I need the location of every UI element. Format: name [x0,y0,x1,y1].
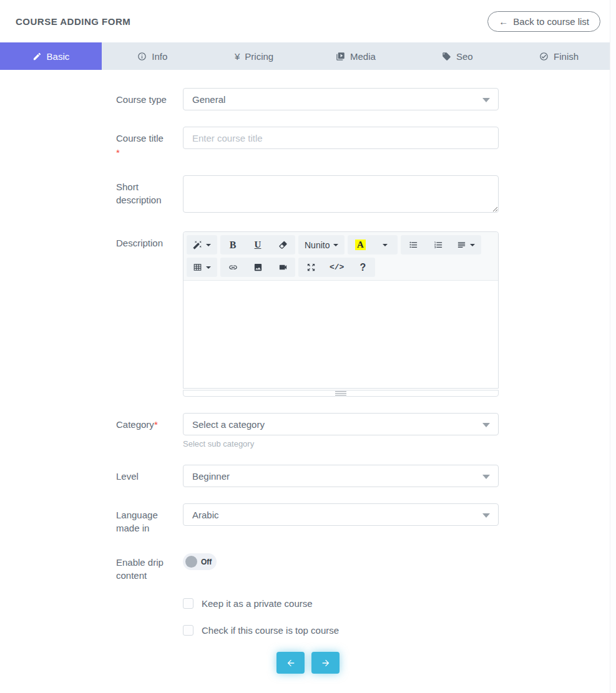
private-course-row: Keep it as a private course [183,598,616,609]
course-type-select[interactable]: General [183,88,499,110]
level-label: Level [116,465,183,487]
font-family-button[interactable]: Nunito [298,235,345,254]
course-title-label: Course title * [116,127,183,159]
align-lines-icon [457,240,466,250]
table-button[interactable] [187,258,217,277]
clear-format-button[interactable] [270,235,295,254]
pen-icon [32,52,42,61]
next-step-button[interactable] [311,652,340,674]
insert-video-button[interactable] [270,258,295,277]
unordered-list-button[interactable] [401,235,426,254]
underline-button[interactable]: U [245,235,270,254]
description-row: Description B [116,231,616,397]
media-library-icon [336,52,345,61]
editor-help-button[interactable]: ? [350,258,375,277]
chevron-down-icon [482,513,490,518]
course-title-row: Course title * [116,127,616,159]
info-icon [137,52,147,61]
level-select[interactable]: Beginner [183,465,499,487]
course-type-label: Course type [116,88,183,110]
image-icon [253,263,263,272]
table-grid-icon [193,263,202,272]
back-arrow-icon: ← [499,16,508,27]
category-row: Category* Select a category Select sub c… [116,413,616,448]
tab-label: Seo [456,51,473,62]
drip-content-label: Enable drip content [116,551,183,582]
category-select[interactable]: Select a category [183,413,499,435]
fullscreen-button[interactable] [298,258,323,277]
scrollbar-track[interactable] [610,0,616,693]
tab-seo[interactable]: Seo [406,42,508,70]
drip-content-row: Enable drip content Off [116,551,616,582]
course-type-row: Course type General [116,88,616,110]
top-course-row: Check if this course is top course [183,625,616,636]
toggle-state-label: Off [201,558,212,566]
ordered-list-button[interactable] [426,235,451,254]
language-select[interactable]: Arabic [183,503,499,526]
category-value: Select a category [192,419,265,430]
drip-content-toggle[interactable]: Off [183,553,217,570]
required-asterisk: * [154,419,158,430]
style-magic-button[interactable] [187,235,217,254]
tab-info[interactable]: Info [102,42,203,70]
chevron-down-icon [482,423,490,427]
tag-icon [442,52,451,61]
editor-toolbar: B U Nunito [183,232,498,281]
tab-basic[interactable]: Basic [0,42,102,70]
font-family-value: Nunito [305,240,330,250]
tab-label: Media [350,51,376,62]
short-description-label: Short description [116,175,183,215]
insert-image-button[interactable] [245,258,270,277]
course-type-value: General [192,94,225,105]
editor-statusbar [183,390,499,397]
back-to-course-list-button[interactable]: ← Back to course list [487,11,600,32]
wizard-nav [0,652,616,674]
chevron-down-icon [470,244,475,246]
short-description-textarea[interactable] [183,175,499,213]
tab-media[interactable]: Media [305,42,406,70]
paragraph-align-button[interactable] [451,235,481,254]
description-editable-area[interactable] [183,281,498,388]
chevron-down-icon [482,475,490,479]
language-row: Language made in Arabic [116,503,616,535]
tab-label: Basic [47,51,70,62]
magic-wand-icon [193,240,202,250]
private-course-checkbox[interactable] [183,598,193,609]
chevron-down-icon [383,244,388,246]
language-value: Arabic [192,510,219,520]
toggle-knob [185,556,197,568]
editor-resize-handle[interactable] [335,391,346,395]
subcategory-helper-text: Select sub category [183,439,499,448]
category-label: Category* [116,413,183,448]
top-course-checkbox[interactable] [183,625,193,636]
previous-step-button[interactable] [276,652,305,674]
code-view-button[interactable]: </> [323,258,350,277]
rich-text-editor: B U Nunito [183,231,499,389]
back-button-label: Back to course list [513,16,589,27]
private-course-label: Keep it as a private course [202,598,313,609]
font-color-button[interactable]: A [348,235,373,254]
numbered-list-icon [434,240,443,250]
basic-form: Course type General Course title * Short… [0,70,616,636]
tab-finish[interactable]: Finish [508,42,610,70]
short-description-row: Short description [116,175,616,215]
bullet-list-icon [409,240,418,250]
bold-button[interactable]: B [220,235,245,254]
tab-label: Finish [554,51,579,62]
arrow-left-icon [286,658,296,668]
fullscreen-arrows-icon [306,263,316,272]
level-row: Level Beginner [116,465,616,487]
description-label: Description [116,231,183,397]
tab-label: Info [152,51,167,62]
chevron-down-icon [482,98,490,102]
eraser-icon [278,240,288,250]
font-color-dropdown-button[interactable] [373,235,398,254]
wizard-tab-bar: Basic Info ¥ Pricing Media Seo Finish [0,42,610,70]
tab-pricing[interactable]: ¥ Pricing [203,42,305,70]
chevron-down-icon [206,244,211,246]
language-label: Language made in [116,503,183,535]
tab-label: Pricing [245,51,273,62]
link-icon [228,263,238,272]
insert-link-button[interactable] [220,258,245,277]
course-title-input[interactable] [183,127,499,149]
